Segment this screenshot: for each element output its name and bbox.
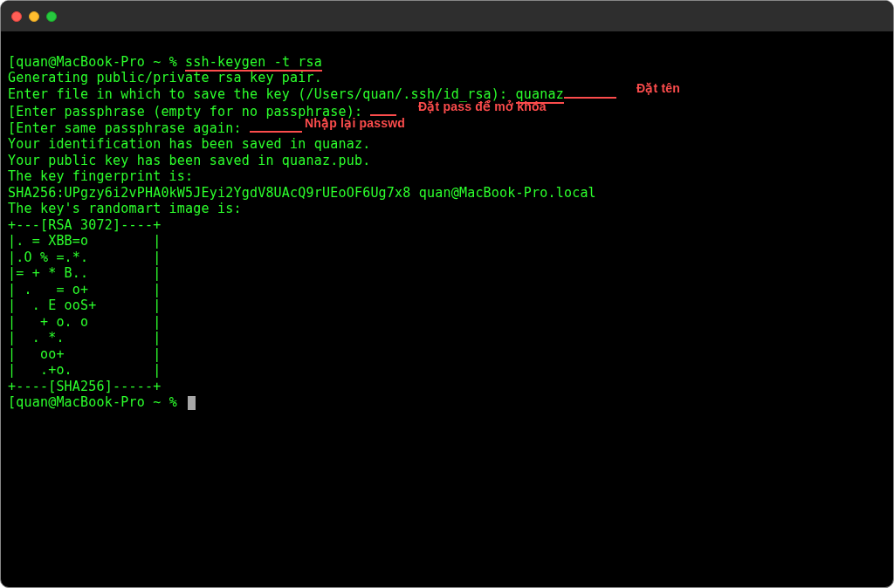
annotation-repeat: Nhập lại passwd — [305, 115, 405, 132]
randomart-3: |= + * B.. | — [8, 265, 161, 281]
bracket-pass: [ — [8, 104, 16, 120]
underline-extension-2 — [370, 104, 396, 116]
line-generating: Generating public/private rsa key pair. — [8, 70, 322, 85]
randomart-0: +---[RSA 3072]----+ — [8, 217, 161, 233]
terminal-body[interactable]: [quan@MacBook-Pro ~ % ssh-keygen -t rsa … — [1, 32, 893, 496]
randomart-2: |.O % =.*. | — [8, 250, 161, 265]
cursor-icon — [188, 396, 196, 410]
prompt-path-2: ~ — [153, 394, 161, 410]
prompt-path: ~ — [153, 54, 161, 70]
randomart-1: |. = XBB=o | — [8, 233, 161, 249]
bracket-same: [ — [8, 120, 16, 136]
randomart-7: | . *. | — [8, 330, 161, 345]
close-icon[interactable] — [11, 11, 22, 22]
line-pub-saved: Your public key has been saved in quanaz… — [8, 153, 370, 168]
prompt-symbol-2: % — [169, 394, 177, 410]
maximize-icon[interactable] — [46, 11, 57, 22]
randomart-5: | . E ooS+ | — [8, 297, 161, 313]
line-fp-value: SHA256:UPgzy6i2vPHA0kW5JEyi2YgdV8UAcQ9rU… — [8, 185, 596, 201]
randomart-8: | oo+ | — [8, 346, 161, 362]
line-fp-label: The key fingerprint is: — [8, 168, 193, 184]
bracket-open: [ — [8, 54, 16, 70]
line-randomart-label: The key's randomart image is: — [8, 201, 242, 216]
annotation-name: Đặt tên — [636, 80, 680, 97]
line-ident-saved: Your identification has been saved in qu… — [8, 136, 370, 152]
annotation-pass: Đặt pass để mở khóa — [418, 99, 547, 115]
randomart-4: | . = o+ | — [8, 282, 161, 297]
randomart-10: +----[SHA256]-----+ — [8, 379, 161, 394]
prompt-user-host-2: quan@MacBook-Pro — [16, 394, 145, 410]
titlebar — [1, 1, 893, 32]
randomart-6: | + o. o | — [8, 314, 161, 330]
command-text: ssh-keygen -t rsa — [185, 54, 322, 72]
bracket-final: [ — [8, 394, 16, 410]
underline-extension-3 — [250, 120, 302, 133]
prompt-symbol: % — [169, 54, 177, 70]
minimize-icon[interactable] — [29, 11, 39, 22]
randomart-9: | .+o. | — [8, 362, 161, 378]
prompt-user-host: quan@MacBook-Pro — [16, 54, 145, 70]
underline-extension-1 — [564, 86, 616, 99]
terminal-window: [quan@MacBook-Pro ~ % ssh-keygen -t rsa … — [0, 0, 894, 588]
line-enter-same: Enter same passphrase again: — [16, 120, 250, 136]
